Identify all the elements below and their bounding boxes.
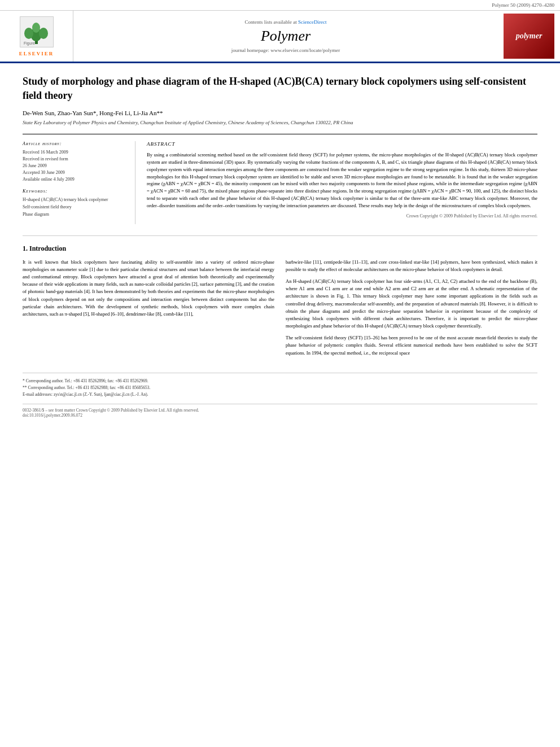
article-title: Study of morphology and phase diagram of… — [23, 75, 537, 103]
polymer-badge: polymer — [504, 14, 554, 59]
svg-text:Figure: Figure — [24, 41, 35, 46]
section-divider — [23, 235, 537, 236]
issn-line: 0032-3861/$ – see front matter Crown Cop… — [23, 408, 199, 413]
intro-column-right: barbwire-like [11], centipede-like [11–1… — [286, 259, 537, 361]
email-addresses: E-mail addresses: zys\n@ciac.jl.cn (Z.-Y… — [23, 391, 537, 398]
sciencedirect-link[interactable]: ScienceDirect — [298, 19, 326, 25]
svg-point-4 — [32, 23, 40, 33]
elsevier-logo-area: Figure ELSEVIER — [0, 11, 73, 62]
author-names: De-Wen Sun, Zhao-Yan Sun*, Hong-Fei Li, … — [23, 110, 163, 116]
main-content: Study of morphology and phase diagram of… — [0, 63, 560, 429]
footer-notes: * Corresponding author. Tel.: +86 431 85… — [23, 373, 537, 398]
elsevier-brand-text: ELSEVIER — [19, 51, 54, 56]
article-body-section: Article history: Received 16 March 2009 … — [23, 134, 537, 224]
journal-center: Contents lists available at ScienceDirec… — [73, 11, 498, 62]
abstract-section: ABSTRACT By using a combinatorial screen… — [147, 141, 537, 224]
journal-ref: Polymer 50 (2009) 4270–4280 — [492, 2, 554, 8]
abstract-text: By using a combinatorial screening metho… — [147, 151, 537, 209]
elsevier-logo: Figure ELSEVIER — [19, 16, 54, 56]
elsevier-tree-icon: Figure — [20, 16, 54, 47]
copyright-notice: Crown Copyright © 2009 Published by Else… — [147, 213, 537, 219]
article-history: Article history: Received 16 March 2009 … — [23, 141, 128, 183]
journal-name-display: Polymer — [261, 28, 310, 45]
introduction-heading: 1. Introduction — [23, 244, 537, 253]
intro-para3: An H-shaped (AC)B(CA) ternary block copo… — [286, 278, 537, 330]
introduction-body: It is well known that block copolymers h… — [23, 259, 537, 361]
authors-line: De-Wen Sun, Zhao-Yan Sun*, Hong-Fei Li, … — [23, 110, 537, 116]
intro-para2: barbwire-like [11], centipede-like [11–1… — [286, 259, 537, 273]
history-content: Received 16 March 2009 Received in revis… — [23, 149, 128, 183]
intro-para4: The self-consistent field theory (SCFT) … — [286, 334, 537, 357]
corresponding-author-1: * Corresponding author. Tel.: +86 431 85… — [23, 378, 537, 385]
doi-line: doi:10.1016/j.polymer.2009.06.072 — [23, 413, 199, 418]
journal-header: Figure ELSEVIER Contents lists available… — [0, 11, 560, 63]
svg-point-3 — [39, 28, 48, 39]
sciencedirect-line: Contents lists available at ScienceDirec… — [245, 19, 327, 25]
corresponding-author-2: ** Corresponding author. Tel.: +86 431 8… — [23, 385, 537, 391]
keywords-list: H-shaped (AC)B(CA) ternary block copolym… — [23, 196, 128, 218]
polymer-badge-text: polymer — [516, 32, 542, 41]
article-keywords: Keywords: H-shaped (AC)B(CA) ternary blo… — [23, 189, 128, 218]
affiliation: State Key Laboratory of Polymer Physics … — [23, 120, 537, 125]
intro-para1: It is well known that block copolymers h… — [23, 259, 274, 318]
svg-point-2 — [24, 28, 33, 39]
intro-column-left: It is well known that block copolymers h… — [23, 259, 274, 361]
journal-ref-bar: Polymer 50 (2009) 4270–4280 — [0, 0, 560, 11]
keywords-title: Keywords: — [23, 189, 128, 194]
issn-doi: 0032-3861/$ – see front matter Crown Cop… — [23, 408, 199, 418]
journal-homepage: journal homepage: www.elsevier.com/locat… — [231, 47, 340, 53]
history-title: Article history: — [23, 141, 128, 146]
page-footer: 0032-3861/$ – see front matter Crown Cop… — [23, 404, 537, 418]
abstract-title: ABSTRACT — [147, 141, 537, 147]
polymer-badge-area: polymer — [498, 11, 560, 62]
article-info-panel: Article history: Received 16 March 2009 … — [23, 141, 135, 224]
